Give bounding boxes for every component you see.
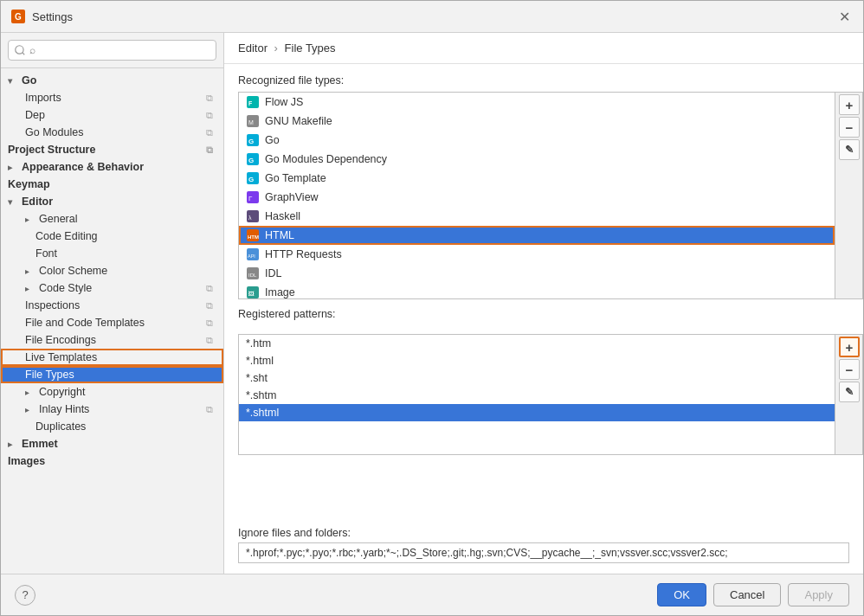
patterns-label: Registered patterns: — [238, 308, 863, 320]
haskell-icon: λ — [246, 209, 260, 223]
breadcrumb-parent: Editor — [238, 42, 268, 55]
sidebar-item-file-types[interactable]: File Types — [1, 366, 223, 383]
recognized-buttons: + − ✎ — [835, 92, 863, 299]
help-button[interactable]: ? — [15, 585, 35, 606]
search-input[interactable] — [8, 40, 216, 61]
go-template-icon: G — [246, 171, 260, 185]
edit-pattern-button[interactable]: ✎ — [839, 382, 860, 402]
sidebar-item-go-modules[interactable]: Go Modules ⧉ — [1, 124, 223, 141]
list-item-label: *.sht — [246, 372, 268, 384]
svg-text:HTM: HTM — [248, 234, 259, 240]
go-dep-icon: G — [246, 152, 260, 166]
sidebar-item-code-style[interactable]: ▸ Code Style ⧉ — [1, 279, 223, 297]
list-item-gnu-makefile[interactable]: M GNU Makefile — [239, 112, 835, 131]
list-item-graphview[interactable]: Γ GraphView — [239, 188, 835, 207]
list-item-haskell[interactable]: λ Haskell — [239, 207, 835, 226]
svg-text:M: M — [248, 119, 254, 125]
sidebar-item-label: File Types — [25, 369, 74, 381]
list-item-label: Image — [265, 286, 295, 298]
sidebar: ▾ Go Imports ⧉ Dep ⧉ Go Modules ⧉ Proj — [1, 33, 224, 574]
settings-dialog: G Settings ✕ ▾ Go Imports ⧉ Dep — [0, 0, 864, 616]
copy-icon: ⧉ — [206, 335, 213, 346]
list-item-label: *.shtml — [246, 407, 279, 419]
sidebar-item-dep[interactable]: Dep ⧉ — [1, 106, 223, 124]
list-item-go-template[interactable]: G Go Template — [239, 169, 835, 188]
list-item-html[interactable]: *.html — [239, 352, 835, 369]
svg-text:API: API — [248, 253, 255, 259]
sidebar-item-label: Go — [22, 74, 36, 87]
sidebar-item-images[interactable]: Images — [1, 452, 223, 470]
list-item-http-requests[interactable]: API HTTP Requests — [239, 245, 835, 264]
list-item-label: HTML — [265, 229, 294, 241]
list-item-image[interactable]: 🖼 Image — [239, 283, 835, 299]
apply-button[interactable]: Apply — [788, 583, 849, 606]
edit-file-type-button[interactable]: ✎ — [839, 139, 860, 160]
sidebar-item-label: Images — [8, 455, 45, 467]
list-item-label: Go Template — [265, 172, 326, 184]
svg-text:G: G — [248, 138, 254, 145]
remove-pattern-button[interactable]: − — [839, 359, 860, 380]
sidebar-item-font[interactable]: Font — [1, 245, 223, 262]
sidebar-item-appearance-behavior[interactable]: ▸ Appearance & Behavior — [1, 158, 223, 176]
recognized-list[interactable]: F Flow JS M GNU Makefile G Go — [238, 92, 835, 299]
list-item-go-modules-dep[interactable]: G Go Modules Dependency — [239, 150, 835, 169]
list-item-flow-js[interactable]: F Flow JS — [239, 93, 835, 112]
ok-button[interactable]: OK — [657, 583, 706, 606]
list-item-shtm[interactable]: *.shtm — [239, 387, 835, 404]
sidebar-item-label: Code Editing — [35, 230, 98, 242]
content-area: ▾ Go Imports ⧉ Dep ⧉ Go Modules ⧉ Proj — [1, 33, 863, 574]
list-item-html[interactable]: HTM HTML — [239, 226, 835, 245]
patterns-list[interactable]: *.htm *.html *.sht *.shtm — [238, 334, 835, 455]
sidebar-item-inspections[interactable]: Inspections ⧉ — [1, 297, 223, 314]
sidebar-item-label: Live Templates — [25, 351, 97, 363]
breadcrumb-separator: › — [274, 42, 278, 55]
sidebar-item-label: Editor — [22, 196, 53, 208]
image-icon: 🖼 — [246, 286, 260, 299]
sidebar-item-editor[interactable]: ▾ Editor — [1, 193, 223, 210]
svg-text:G: G — [248, 176, 254, 183]
sidebar-item-live-templates[interactable]: Live Templates — [1, 349, 223, 366]
svg-text:🖼: 🖼 — [248, 291, 255, 297]
ignore-input[interactable] — [238, 542, 849, 563]
sidebar-item-imports[interactable]: Imports ⧉ — [1, 89, 223, 106]
list-item-go[interactable]: G Go — [239, 131, 835, 150]
list-item-label: *.html — [246, 355, 274, 367]
sidebar-item-inlay-hints[interactable]: ▸ Inlay Hints ⧉ — [1, 401, 223, 418]
sidebar-item-duplicates[interactable]: Duplicates — [1, 418, 223, 435]
sidebar-item-label: Go Modules — [25, 126, 83, 138]
sidebar-item-file-code-templates[interactable]: File and Code Templates ⧉ — [1, 314, 223, 331]
sidebar-item-emmet[interactable]: ▸ Emmet — [1, 435, 223, 452]
list-item-sht[interactable]: *.sht — [239, 369, 835, 387]
sidebar-item-label: Dep — [25, 109, 45, 121]
gnu-make-icon: M — [246, 114, 260, 128]
sidebar-item-general[interactable]: ▸ General — [1, 210, 223, 228]
chevron-right-icon: ▸ — [25, 388, 35, 397]
sidebar-item-copyright[interactable]: ▸ Copyright — [1, 383, 223, 401]
sidebar-item-label: Keymap — [8, 178, 50, 190]
list-item-shtml[interactable]: *.shtml — [239, 404, 835, 421]
sidebar-item-code-editing[interactable]: Code Editing — [1, 228, 223, 245]
sidebar-item-go[interactable]: ▾ Go — [1, 72, 223, 89]
list-item-idl[interactable]: IDL IDL — [239, 264, 835, 283]
breadcrumb: Editor › File Types — [224, 33, 863, 64]
svg-text:λ: λ — [248, 215, 252, 221]
list-item-label: *.shtm — [246, 389, 276, 401]
patterns-block: *.htm *.html *.sht *.shtm — [238, 334, 863, 455]
sidebar-item-project-structure[interactable]: Project Structure ⧉ — [1, 141, 223, 158]
cancel-button[interactable]: Cancel — [713, 583, 781, 606]
sidebar-item-label: Code Style — [39, 282, 92, 294]
recognized-label: Recognized file types: — [238, 74, 863, 87]
remove-file-type-button[interactable]: − — [839, 117, 860, 138]
add-file-type-button[interactable]: + — [839, 94, 860, 115]
sidebar-item-label: File and Code Templates — [25, 317, 145, 329]
svg-text:Γ: Γ — [248, 195, 253, 202]
close-button[interactable]: ✕ — [835, 8, 853, 25]
svg-text:F: F — [248, 100, 253, 106]
list-item-label: *.htm — [246, 337, 271, 350]
sidebar-item-file-encodings[interactable]: File Encodings ⧉ — [1, 331, 223, 349]
sidebar-item-keymap[interactable]: Keymap — [1, 176, 223, 193]
sidebar-item-color-scheme[interactable]: ▸ Color Scheme — [1, 262, 223, 279]
add-pattern-button[interactable]: + — [839, 337, 860, 357]
app-icon: G — [11, 10, 25, 23]
list-item-htm[interactable]: *.htm — [239, 335, 835, 352]
